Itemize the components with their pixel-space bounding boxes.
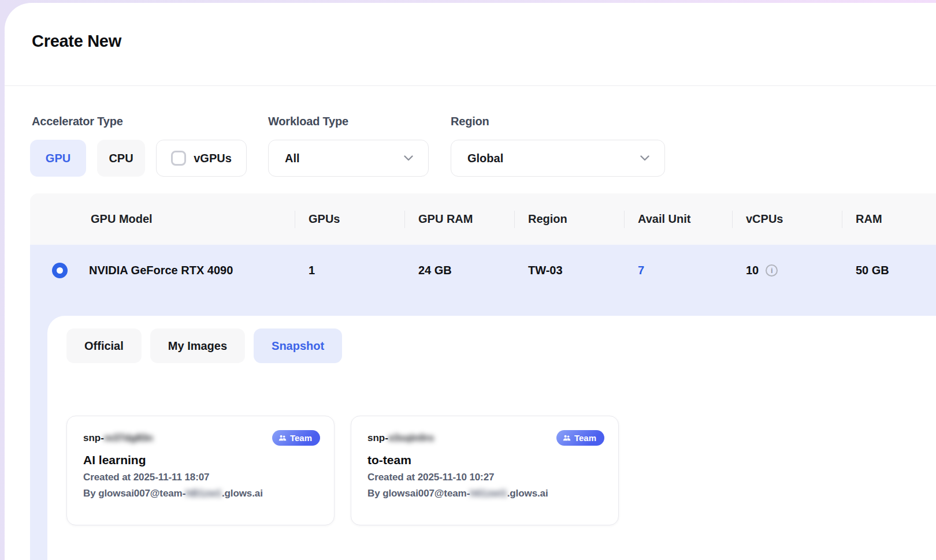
redacted-text: hB1zw1 xyxy=(185,488,222,499)
region-label: Region xyxy=(451,115,489,128)
cell-gpus: 1 xyxy=(295,245,404,296)
redacted-text: h61zwi1 xyxy=(470,488,507,499)
team-badge-label: Team xyxy=(290,433,312,443)
column-vcpus: vCPUs xyxy=(732,193,842,245)
snapshot-card[interactable]: snp-e3sqln0rs Team to-team Created at 20… xyxy=(351,416,619,525)
snapshot-created-at: Created at 2025-11-10 10:27 xyxy=(367,472,604,483)
team-icon xyxy=(278,434,287,442)
chevron-down-icon xyxy=(640,155,649,161)
cell-ram: 50 GB xyxy=(842,245,936,296)
cell-region: TW-03 xyxy=(514,245,624,296)
snapshot-owner: By glowsai007@team-hB1zw1.glows.ai xyxy=(83,488,320,499)
column-avail-unit: Avail Unit xyxy=(624,193,732,245)
snapshot-name: to-team xyxy=(367,453,604,467)
page-title: Create New xyxy=(32,32,121,51)
table-row[interactable]: NVIDIA GeForce RTX 4090 1 24 GB TW-03 7 … xyxy=(30,245,936,296)
header-divider xyxy=(5,85,936,86)
chevron-down-icon xyxy=(404,155,413,161)
vgpus-label: vGPUs xyxy=(194,152,232,165)
snapshot-name: AI learning xyxy=(83,453,320,467)
vgpus-checkbox[interactable] xyxy=(171,151,186,166)
tab-official[interactable]: Official xyxy=(66,328,142,363)
team-badge-label: Team xyxy=(574,433,596,443)
redacted-text: e3sqln0rs xyxy=(388,432,434,444)
cell-gpu-ram: 24 GB xyxy=(404,245,514,296)
cell-avail-unit[interactable]: 7 xyxy=(624,245,732,296)
column-ram: RAM xyxy=(842,193,936,245)
selected-gpu-region: NVIDIA GeForce RTX 4090 1 24 GB TW-03 7 … xyxy=(30,245,936,560)
vcpus-value: 10 xyxy=(746,264,759,277)
team-badge: Team xyxy=(556,430,604,446)
team-badge: Team xyxy=(272,430,320,446)
tab-my-images[interactable]: My Images xyxy=(150,328,245,363)
image-tabs: Official My Images Snapshot xyxy=(66,328,342,363)
accelerator-cpu-button[interactable]: CPU xyxy=(97,140,145,177)
redacted-text: re37dg83n xyxy=(104,432,153,444)
main-content-card: Create New Accelerator Type GPU CPU vGPU… xyxy=(5,3,936,560)
snapshot-id: snp-re37dg83n xyxy=(83,432,153,444)
workload-type-select[interactable]: All xyxy=(268,140,429,177)
gpu-table-header: GPU Model GPUs GPU RAM Region Avail Unit… xyxy=(30,193,936,245)
region-select[interactable]: Global xyxy=(451,140,665,177)
workload-type-label: Workload Type xyxy=(268,115,348,128)
header-radio-spacer xyxy=(30,193,75,245)
snapshot-owner: By glowsai007@team-h61zwi1.glows.ai xyxy=(367,488,604,499)
cell-gpu-model: NVIDIA GeForce RTX 4090 xyxy=(75,245,295,296)
snapshot-created-at: Created at 2025-11-11 18:07 xyxy=(83,472,320,483)
column-gpus: GPUs xyxy=(295,193,404,245)
image-selection-panel: Official My Images Snapshot snp-re37dg83… xyxy=(47,316,936,560)
row-radio-cell xyxy=(30,245,75,296)
column-region: Region xyxy=(514,193,624,245)
tab-snapshot[interactable]: Snapshot xyxy=(254,328,342,363)
accelerator-gpu-button[interactable]: GPU xyxy=(30,140,86,177)
accelerator-vgpus-toggle[interactable]: vGPUs xyxy=(156,140,247,177)
cell-vcpus: 10 i xyxy=(732,245,842,296)
snapshot-id: snp-e3sqln0rs xyxy=(367,432,434,444)
column-gpu-ram: GPU RAM xyxy=(404,193,514,245)
info-icon[interactable]: i xyxy=(766,264,778,277)
column-gpu-model: GPU Model xyxy=(75,193,295,245)
snapshot-card-list: snp-re37dg83n Team AI learning Created a… xyxy=(66,416,619,525)
region-value: Global xyxy=(467,152,503,165)
team-icon xyxy=(563,434,571,442)
workload-type-value: All xyxy=(285,152,300,165)
row-radio-selected[interactable] xyxy=(52,263,68,278)
snapshot-card[interactable]: snp-re37dg83n Team AI learning Created a… xyxy=(66,416,335,525)
accelerator-type-label: Accelerator Type xyxy=(32,115,123,128)
